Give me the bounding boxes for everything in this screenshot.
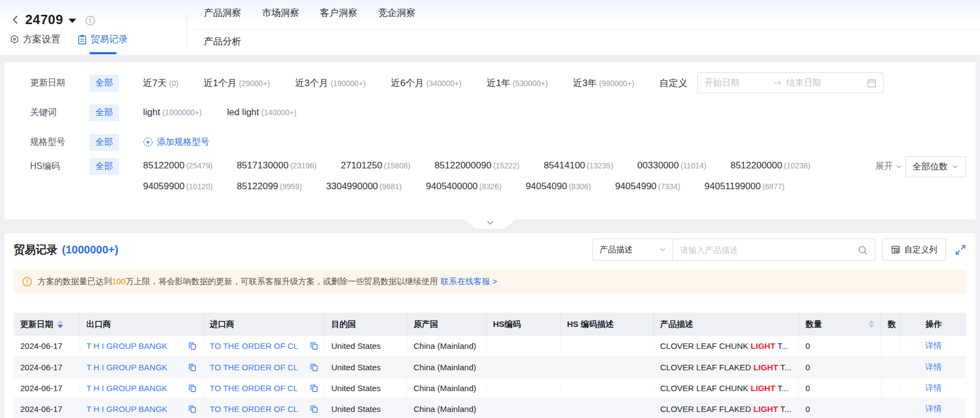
detail-link[interactable]: 详情 [925, 404, 942, 413]
hs-code-item[interactable]: 94054990(7334) [615, 181, 680, 192]
nav-tab-competitor-insight[interactable]: 竞企洞察 [378, 7, 415, 19]
option-last-1-month[interactable]: 近1个月(29000+) [204, 77, 270, 89]
cell-update-date: 2024-06-17 [14, 357, 79, 377]
filter-label-hs-code: HS编码 [30, 155, 89, 172]
hs-all-chip[interactable]: 全部 [89, 158, 119, 175]
exporter-link[interactable]: T H I GROUP BANGK [87, 383, 168, 393]
option-last-3-years[interactable]: 近3年(980000+) [573, 77, 635, 89]
col-header-hs-desc[interactable]: HS 编码描述 [560, 313, 653, 336]
trade-records-table: 更新日期 出口商 进口商 目的国 原产国 HS编码 HS 编码描述 产品描述 数… [14, 313, 966, 418]
nav-tab-product-analysis[interactable]: 产品分析 [204, 35, 241, 48]
keyword-led-light[interactable]: led light(140000+) [227, 107, 297, 118]
custom-date-label[interactable]: 自定义 [659, 77, 687, 89]
cell-quantity: 0 [799, 377, 881, 398]
detail-link[interactable]: 详情 [925, 383, 942, 392]
table-row: 2024-06-17 T H I GROUP BANGK TO THE ORDE… [14, 357, 966, 377]
filter-collapse-toggle[interactable] [464, 219, 516, 229]
hs-code-list: 85122000(25479) 8517130000(23196) 271012… [143, 155, 810, 197]
chevron-down-icon [896, 163, 902, 170]
importer-link[interactable]: TO THE ORDER OF CL [210, 363, 298, 372]
col-header-destination[interactable]: 目的国 [324, 313, 407, 336]
fullscreen-icon[interactable] [955, 244, 966, 256]
search-field-select[interactable]: 产品描述 [593, 239, 673, 260]
importer-link[interactable]: TO THE ORDER OF CL [210, 341, 298, 351]
nav-tab-market-insight[interactable]: 市场洞察 [262, 7, 299, 19]
col-header-importer[interactable]: 进口商 [203, 313, 324, 336]
col-header-product-desc[interactable]: 产品描述 [653, 313, 799, 336]
hs-code-item[interactable]: 94051199000(6877) [704, 181, 784, 192]
cell-exporter: T H I GROUP BANGK [79, 398, 203, 418]
col-header-update-date[interactable]: 更新日期 [14, 313, 79, 336]
col-header-quantity-unit[interactable]: 数 [881, 313, 901, 336]
hs-code-item[interactable]: 85122000(25479) [143, 160, 213, 171]
nav-tab-product-insight[interactable]: 产品洞察 [204, 7, 241, 19]
option-last-7-days[interactable]: 近7天(0) [143, 77, 179, 89]
end-date-input[interactable] [786, 78, 851, 88]
hs-code-item[interactable]: 94054090(8306) [526, 181, 591, 192]
option-last-3-months[interactable]: 近3个月(190000+) [295, 77, 366, 89]
hs-code-item[interactable]: 27101250(15808) [341, 160, 411, 171]
hs-code-item[interactable]: 3304990000(9681) [326, 181, 402, 192]
cell-hs-desc [560, 398, 653, 418]
hs-code-item[interactable]: 85122000090(15222) [435, 160, 520, 171]
exporter-link[interactable]: T H I GROUP BANGK [87, 341, 168, 351]
copy-icon[interactable] [189, 363, 196, 371]
copy-icon[interactable] [189, 384, 196, 392]
hs-code-item[interactable]: 8512200000(10238) [731, 160, 811, 171]
keyword-all-chip[interactable]: 全部 [89, 104, 119, 121]
active-tab-underline [89, 52, 117, 54]
copy-icon[interactable] [310, 384, 318, 392]
col-header-quantity[interactable]: 数量 [799, 313, 881, 336]
plan-id[interactable]: 24709 [25, 12, 63, 27]
copy-icon[interactable] [310, 363, 318, 371]
search-icon[interactable] [858, 245, 868, 255]
customize-columns-button[interactable]: 自定义列 [882, 239, 946, 261]
option-last-1-year[interactable]: 近1年(530000+) [487, 77, 548, 89]
hs-code-item[interactable]: 85414100(13235) [544, 160, 613, 171]
add-spec-button[interactable]: 添加规格型号 [143, 137, 209, 148]
copy-icon[interactable] [310, 405, 318, 413]
hs-code-line-2: 94059900(10120) 85122099(9959) 330499000… [143, 176, 810, 197]
copy-icon[interactable] [189, 342, 196, 350]
search-input[interactable] [673, 239, 875, 260]
hs-code-item[interactable]: 8517130000(23196) [237, 160, 317, 171]
spec-all-chip[interactable]: 全部 [89, 134, 119, 151]
info-icon[interactable] [85, 15, 95, 26]
back-icon[interactable] [11, 15, 21, 25]
cell-update-date: 2024-06-17 [14, 336, 79, 357]
option-last-6-months[interactable]: 近6个月(340000+) [391, 77, 461, 89]
hs-code-item[interactable]: 85122099(9959) [237, 181, 302, 192]
tab-trade-records[interactable]: 贸易记录 [78, 33, 128, 46]
sort-icon[interactable] [869, 320, 874, 328]
col-header-origin[interactable]: 原产国 [407, 313, 486, 336]
tab-plan-settings-label: 方案设置 [23, 33, 60, 46]
update-date-all-chip[interactable]: 全部 [89, 75, 119, 92]
highlighted-keyword: LIGHT [751, 383, 776, 393]
keyword-light[interactable]: light(1000000+) [143, 107, 202, 118]
col-header-exporter[interactable]: 出口商 [79, 313, 203, 336]
copy-icon[interactable] [189, 405, 196, 413]
cell-product-desc: CLOVER LEAF FLAKED LIGHT T... [653, 398, 799, 418]
col-header-hs-code[interactable]: HS编码 [486, 313, 560, 336]
detail-link[interactable]: 详情 [925, 362, 942, 371]
hs-code-item[interactable]: 00330000(11014) [637, 160, 706, 171]
copy-icon[interactable] [310, 342, 318, 350]
exporter-link[interactable]: T H I GROUP BANGK [87, 363, 168, 372]
detail-link[interactable]: 详情 [925, 341, 942, 350]
nav-tab-customer-insight[interactable]: 客户洞察 [320, 7, 357, 19]
filter-row-update-date: 更新日期 全部 近7天(0) 近1个月(29000+) 近3个月(190000+… [30, 72, 961, 94]
sort-icon[interactable] [58, 320, 63, 328]
date-range-picker[interactable] [697, 72, 884, 93]
start-date-input[interactable] [704, 78, 769, 88]
hs-code-item[interactable]: 94059900(10120) [143, 181, 213, 192]
cell-origin: China (Mainland) [407, 398, 486, 418]
caret-down-icon[interactable] [69, 19, 76, 23]
importer-link[interactable]: TO THE ORDER OF CL [210, 404, 298, 414]
importer-link[interactable]: TO THE ORDER OF CL [210, 383, 298, 393]
exporter-link[interactable]: T H I GROUP BANGK [87, 404, 168, 414]
hs-digits-select[interactable]: 全部位数 [905, 156, 966, 177]
hs-expand-toggle[interactable]: 展开 [875, 161, 902, 172]
hs-code-item[interactable]: 9405400000(8326) [426, 181, 502, 192]
contact-support-link[interactable]: 联系在线客服 > [441, 276, 497, 286]
tab-plan-settings[interactable]: 方案设置 [10, 33, 60, 46]
